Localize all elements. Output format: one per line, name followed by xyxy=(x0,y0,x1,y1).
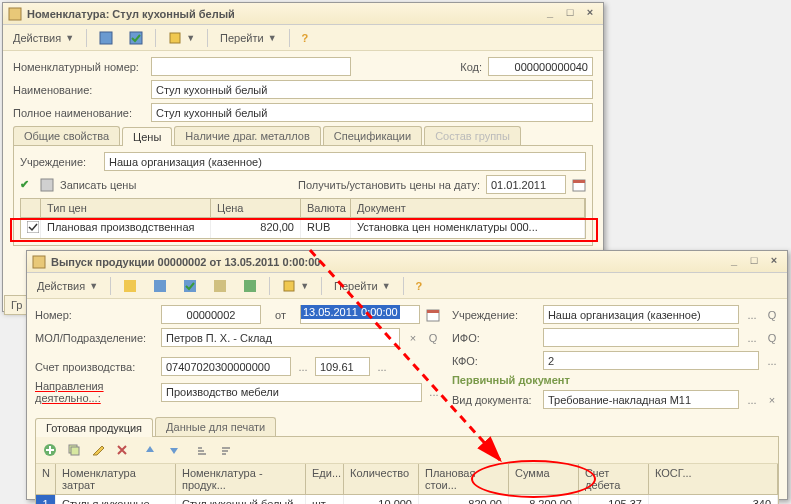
close-button[interactable]: × xyxy=(765,254,783,270)
edit-row-icon[interactable] xyxy=(88,440,108,460)
save-close-icon[interactable] xyxy=(123,29,149,47)
number-label: Номер: xyxy=(35,309,155,321)
help-icon[interactable]: ? xyxy=(296,30,315,46)
copy-row-icon[interactable] xyxy=(64,440,84,460)
titlebar: Номенклатура: Стул кухонный белый _ □ × xyxy=(3,3,603,25)
svg-rect-6 xyxy=(573,180,585,183)
svg-rect-4 xyxy=(41,179,53,191)
col-kosgu[interactable]: КОСГ... xyxy=(649,464,778,494)
mol-label: МОЛ/Подразделение: xyxy=(35,332,155,344)
number-input[interactable] xyxy=(161,305,261,324)
cell-doc: Установка цен номенклатуры 000... xyxy=(351,218,585,238)
code-label: Код: xyxy=(460,61,482,73)
svg-rect-1 xyxy=(100,32,112,44)
mol-input[interactable] xyxy=(161,328,400,347)
nom-number-label: Номенклатурный номер: xyxy=(13,61,145,73)
move-down-icon[interactable] xyxy=(164,440,184,460)
tab-specs[interactable]: Спецификации xyxy=(323,126,422,145)
tab-prices[interactable]: Цены xyxy=(122,127,172,146)
tab-general[interactable]: Общие свойства xyxy=(13,126,120,145)
save-prices-icon[interactable] xyxy=(40,178,54,192)
nom-number-input[interactable] xyxy=(151,57,351,76)
finance-icon[interactable] xyxy=(207,277,233,295)
cell-n: 1 xyxy=(36,495,56,504)
org-input[interactable] xyxy=(104,152,586,171)
account-label: Счет производства: xyxy=(35,361,155,373)
svg-rect-2 xyxy=(130,32,142,44)
doctype-input[interactable] xyxy=(543,390,739,409)
col-doc[interactable]: Документ xyxy=(351,199,585,217)
sort-desc-icon[interactable] xyxy=(216,440,236,460)
date-input[interactable]: 13.05.2011 0:00:00 xyxy=(300,305,420,324)
goto-menu[interactable]: Перейти▼ xyxy=(328,278,397,294)
price-row[interactable]: Плановая производственная 820,00 RUB Уст… xyxy=(21,218,585,238)
calendar-icon[interactable] xyxy=(426,308,440,322)
account-code-input[interactable] xyxy=(315,357,370,376)
ifo-input[interactable] xyxy=(543,328,739,347)
calendar-icon[interactable] xyxy=(572,178,586,192)
maximize-button[interactable]: □ xyxy=(561,6,579,22)
responsible-icon[interactable]: ▼ xyxy=(276,277,315,295)
name-input[interactable] xyxy=(151,80,593,99)
window-title: Номенклатура: Стул кухонный белый xyxy=(27,8,235,20)
directions-label: Направления деятельно...: xyxy=(35,380,155,404)
add-row-icon[interactable] xyxy=(40,440,60,460)
org-input[interactable] xyxy=(543,305,739,324)
col-plancost[interactable]: Плановая стои... xyxy=(419,464,509,494)
svg-rect-19 xyxy=(71,447,79,455)
responsible-icon[interactable]: ▼ xyxy=(162,29,201,47)
svg-rect-8 xyxy=(33,256,45,268)
save-close-icon[interactable] xyxy=(177,277,203,295)
svg-rect-10 xyxy=(154,280,166,292)
tab-group: Состав группы xyxy=(424,126,521,145)
close-button[interactable]: × xyxy=(581,6,599,22)
date-input[interactable] xyxy=(486,175,566,194)
tab-print-data[interactable]: Данные для печати xyxy=(155,417,276,436)
help-icon[interactable]: ? xyxy=(410,278,429,294)
actions-menu[interactable]: Действия▼ xyxy=(7,30,80,46)
maximize-button[interactable]: □ xyxy=(745,254,763,270)
spreadsheet-icon[interactable] xyxy=(237,277,263,295)
directions-input[interactable] xyxy=(161,383,422,402)
cell-price: 820,00 xyxy=(211,218,301,238)
get-set-date-label: Получить/установить цены на дату: xyxy=(298,179,480,191)
product-row[interactable]: 1 Стулья кухонные Стул кухонный белый шт… xyxy=(36,495,778,504)
col-pricetype[interactable]: Тип цен xyxy=(41,199,211,217)
window-icon xyxy=(7,6,23,22)
tab-metals[interactable]: Наличие драг. металлов xyxy=(174,126,320,145)
save-prices-label: Записать цены xyxy=(60,179,136,191)
col-n[interactable]: N xyxy=(36,464,56,494)
col-price[interactable]: Цена xyxy=(211,199,301,217)
col-prodnom[interactable]: Номенклатура - продук... xyxy=(176,464,306,494)
kfo-input[interactable] xyxy=(543,351,759,370)
checkbox-icon[interactable] xyxy=(27,221,39,233)
account-input[interactable] xyxy=(161,357,291,376)
col-costnom[interactable]: Номенклатура затрат xyxy=(56,464,176,494)
delete-row-icon[interactable] xyxy=(112,440,132,460)
sort-asc-icon[interactable] xyxy=(192,440,212,460)
titlebar: Выпуск продукции 00000002 от 13.05.2011 … xyxy=(27,251,787,273)
save-icon[interactable] xyxy=(93,29,119,47)
col-unit[interactable]: Еди... xyxy=(306,464,344,494)
cell-unit: шт xyxy=(306,495,344,504)
actions-menu[interactable]: Действия▼ xyxy=(31,278,104,294)
col-qty[interactable]: Количество xyxy=(344,464,419,494)
ifo-label: ИФО: xyxy=(452,332,537,344)
fullname-input[interactable] xyxy=(151,103,593,122)
minimize-button[interactable]: _ xyxy=(725,254,743,270)
minimize-button[interactable]: _ xyxy=(541,6,559,22)
apply-icon[interactable]: ✔ xyxy=(20,178,34,192)
window-icon xyxy=(31,254,47,270)
window-title: Выпуск продукции 00000002 от 13.05.2011 … xyxy=(51,256,320,268)
record-icon[interactable] xyxy=(147,277,173,295)
col-sum[interactable]: Сумма xyxy=(509,464,579,494)
code-input[interactable] xyxy=(488,57,593,76)
svg-rect-14 xyxy=(284,281,294,291)
goto-menu[interactable]: Перейти▼ xyxy=(214,30,283,46)
col-currency[interactable]: Валюта xyxy=(301,199,351,217)
move-up-icon[interactable] xyxy=(140,440,160,460)
post-icon[interactable] xyxy=(117,277,143,295)
cell-currency: RUB xyxy=(301,218,351,238)
tab-products[interactable]: Готовая продукция xyxy=(35,418,153,437)
col-debit[interactable]: Счет дебета xyxy=(579,464,649,494)
